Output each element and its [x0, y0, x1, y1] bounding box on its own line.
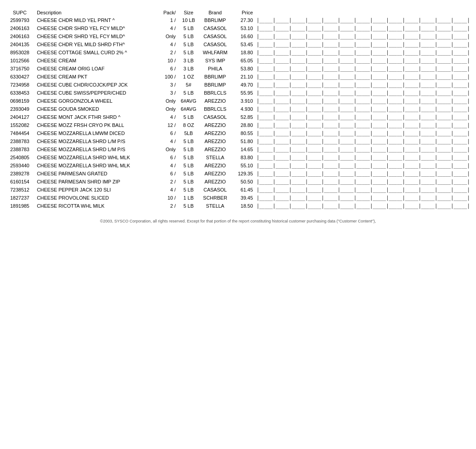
cell-desc: CHEESE CREAM [35, 57, 154, 65]
cell-pack: 3 / [154, 81, 177, 89]
table-row: 2406163 CHEESE CHDR SHRD YEL FCY MILD^ 4… [4, 24, 472, 32]
cell-pack: Only [154, 145, 177, 153]
cell-brand: STELLA [199, 202, 230, 210]
cell-bars: │_____│_____│_____│_____│_____│_____│___… [255, 113, 472, 121]
table-row: 1552082 CHEESE MOZZ FRSH CRYO PK BALL 12… [4, 121, 472, 129]
tick-bar-graphic: │_____│_____│_____│_____│_____│_____│___… [256, 42, 470, 47]
cell-bars: │_____│_____│_____│_____│_____│_____│___… [255, 24, 472, 32]
cell-size: 5 LB [177, 186, 199, 194]
cell-brand: STELLA [199, 153, 230, 161]
cell-pack: 4 / [154, 161, 177, 170]
cell-supc: 6338453 [4, 89, 35, 97]
cell-supc: 2404127 [4, 113, 35, 121]
cell-bars: │_____│_____│_____│_____│_____│_____│___… [255, 121, 472, 129]
cell-pack: 10 / [154, 57, 177, 65]
cell-brand: AREZZIO [199, 145, 230, 153]
cell-brand: BBRLIMP [199, 16, 230, 24]
tick-bar-graphic: │_____│_____│_____│_____│_____│_____│___… [256, 26, 470, 31]
table-row: 0698159 CHEESE GORGONZOLA WHEEL Only 6#A… [4, 97, 472, 105]
tick-bar-graphic: │_____│_____│_____│_____│_____│_____│___… [256, 18, 470, 23]
cell-supc: 7238512 [4, 186, 35, 194]
cell-bars: │_____│_____│_____│_____│_____│_____│___… [255, 129, 472, 137]
cell-supc: 7234958 [4, 81, 35, 89]
cell-desc: CHEESE MOZZ FRSH CRYO PK BALL [35, 121, 154, 129]
table-row: 6338453 CHEESE CUBE SWISS/PEPPER/CHED 3 … [4, 89, 472, 97]
cell-pack: 2 / [154, 48, 177, 57]
cell-bars: │_____│_____│_____│_____│_____│_____│___… [255, 186, 472, 194]
cell-bars: │_____│_____│_____│_____│_____│_____│___… [255, 16, 472, 24]
cell-desc: CHEESE CREAM ORIG LOAF [35, 65, 154, 73]
cell-pack: 10 / [154, 194, 177, 202]
cell-supc: 2389278 [4, 170, 35, 178]
cell-price: 50.50 [231, 178, 255, 186]
cell-size: 5 LB [177, 145, 199, 153]
cell-size: 6#AVG [177, 97, 199, 105]
cell-supc: 1552082 [4, 121, 35, 129]
cell-brand: SYS IMP [199, 57, 230, 65]
cell-price: 53.10 [231, 24, 255, 32]
cell-brand: SCHRBER [199, 194, 230, 202]
table-row: 2388783 CHEESE MOZZARELLA SHRD L/M P/S 4… [4, 137, 472, 145]
cell-size: 5 LB [177, 32, 199, 40]
cell-brand: BBRLIMP [199, 81, 230, 89]
cell-brand: BBRLCLS [199, 89, 230, 97]
cell-size: 5 LB [177, 137, 199, 145]
cell-supc: 0698159 [4, 97, 35, 105]
table-row: 1891985 CHEESE RICOTTA WHL MILK 2 / 5 LB… [4, 202, 472, 210]
cell-desc: CHEESE PROVOLONE SLICED [35, 194, 154, 202]
cell-bars: │_____│_____│_____│_____│_____│_____│___… [255, 65, 472, 73]
cell-desc: CHEESE CHDR YEL MILD SHRD FTH^ [35, 40, 154, 48]
cell-desc: CHEESE GORGONZOLA WHEEL [35, 97, 154, 105]
cell-brand: CASASOL [199, 40, 230, 48]
cell-price: 4.930 [231, 105, 255, 113]
cell-supc: 2388783 [4, 137, 35, 145]
tick-bar-graphic: │_____│_____│_____│_____│_____│_____│___… [256, 74, 470, 79]
tick-bar-graphic: │_____│_____│_____│_____│_____│_____│___… [256, 58, 470, 63]
cell-desc: CHEESE MOZZARELLA LMWM DICED [35, 129, 154, 137]
cell-desc: CHEESE MONT JACK FTHR SHRD ^ [35, 113, 154, 121]
cell-supc: 2540805 [4, 153, 35, 161]
cell-brand: AREZZIO [199, 137, 230, 145]
cell-pack: 6 / [154, 170, 177, 178]
cell-size: 5 LB [177, 24, 199, 32]
cell-bars: │_____│_____│_____│_____│_____│_____│___… [255, 81, 472, 89]
page: SUPC Description Pack/ Size Brand Price … [0, 0, 476, 449]
cell-desc: CHEESE CUBE SWISS/PEPPER/CHED [35, 89, 154, 97]
table-row: 7484454 CHEESE MOZZARELLA LMWM DICED 6 /… [4, 129, 472, 137]
cell-size: 3 LB [177, 65, 199, 73]
table-row: 1012566 CHEESE CREAM 10 / 3 LB SYS IMP 6… [4, 57, 472, 65]
tick-bar-graphic: │_____│_____│_____│_____│_____│_____│___… [256, 204, 470, 209]
cell-supc: 8953028 [4, 48, 35, 57]
tick-bar-graphic: │_____│_____│_____│_____│_____│_____│___… [256, 66, 470, 71]
cell-price: 80.55 [231, 129, 255, 137]
cell-size: 5 LB [177, 161, 199, 170]
cell-desc: CHEESE MOZZARELLA SHRD WHL MLK [35, 161, 154, 170]
table-row: 6330427 CHEESE CREAM PKT 100 / 1 OZ BBRL… [4, 73, 472, 81]
cell-size: 5# [177, 81, 199, 89]
cell-pack: 2 / [154, 202, 177, 210]
header-pack: Pack/ [154, 9, 177, 16]
cell-pack: 4 / [154, 137, 177, 145]
cell-price: 18.80 [231, 48, 255, 57]
tick-bar-graphic: │_____│_____│_____│_____│_____│_____│___… [256, 179, 470, 184]
cell-brand: AREZZIO [199, 121, 230, 129]
cell-supc: 2599793 [4, 16, 35, 24]
cell-bars: │_____│_____│_____│_____│_____│_____│___… [255, 48, 472, 57]
table-row: 3716750 CHEESE CREAM ORIG LOAF 6 / 3 LB … [4, 65, 472, 73]
cell-bars: │_____│_____│_____│_____│_____│_____│___… [255, 97, 472, 105]
tick-bar-graphic: │_____│_____│_____│_____│_____│_____│___… [256, 34, 470, 39]
cell-price: 49.70 [231, 81, 255, 89]
cell-brand: CASASOL [199, 186, 230, 194]
cell-supc: 7484454 [4, 129, 35, 137]
cell-size: 10 LB [177, 16, 199, 24]
cell-supc: 6330427 [4, 73, 35, 81]
cell-brand: BBRLIMP [199, 73, 230, 81]
cell-size: 5 LB [177, 178, 199, 186]
cell-desc: CHEESE MOZZARELLA SHRD WHL MLK [35, 153, 154, 161]
table-row: 7234958 CHEESE CUBE CHDR/COJCK/PEP JCK 3… [4, 81, 472, 89]
cell-brand: CASASOL [199, 24, 230, 32]
tick-bar-graphic: │_____│_____│_____│_____│_____│_____│___… [256, 131, 470, 136]
cell-brand: AREZZIO [199, 97, 230, 105]
cell-desc: CHEESE RICOTTA WHL MILK [35, 202, 154, 210]
cell-brand: AREZZIO [199, 129, 230, 137]
